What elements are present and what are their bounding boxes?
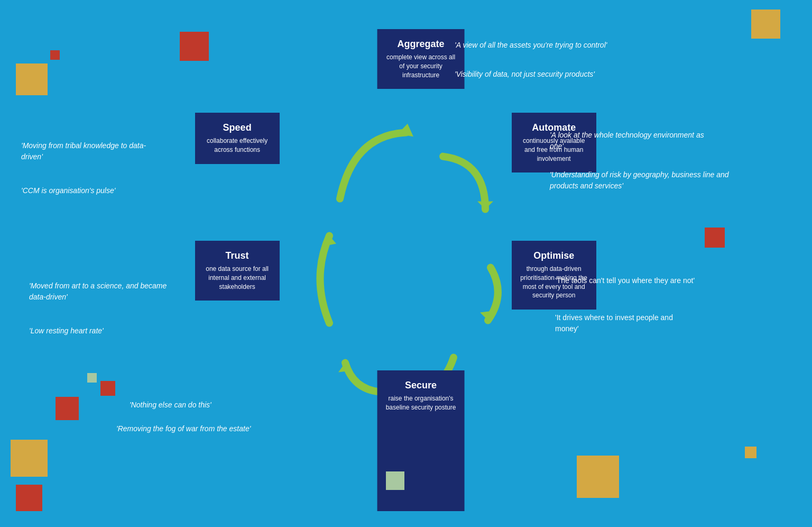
deco-square-11 <box>386 471 404 490</box>
deco-square-9 <box>577 456 619 498</box>
speed-title: Speed <box>204 122 271 133</box>
speed-desc: collaborate effectively across functions <box>204 137 271 155</box>
aggregate-node: Aggregate complete view across all of yo… <box>377 29 465 89</box>
deco-square-6 <box>56 397 79 420</box>
secure-node: Secure raise the organisation's baseline… <box>377 370 465 511</box>
optimise-quote-1: 'The tools can't tell you where they are… <box>555 275 698 286</box>
secure-desc: raise the organisation's baseline securi… <box>386 394 456 412</box>
secure-quote-1: 'Nothing else can do this' <box>130 399 262 411</box>
deco-square-3 <box>751 10 780 39</box>
deco-square-1 <box>16 63 48 95</box>
aggregate-desc: complete view across all of your securit… <box>386 53 456 79</box>
deco-square-8 <box>11 440 48 477</box>
secure-title: Secure <box>386 380 456 391</box>
automate-quote-1: 'A look at the whole technology environm… <box>550 130 719 152</box>
deco-square-0 <box>50 50 60 60</box>
speed-quote-1: 'Moving from tribal knowledge to data-dr… <box>21 140 159 162</box>
trust-node: Trust one data source for all internal a… <box>195 241 280 301</box>
deco-square-2 <box>180 32 209 61</box>
aggregate-quote-1: 'A view of all the assets you're trying … <box>455 40 613 51</box>
trust-quote-2: 'Low resting heart rate' <box>29 325 161 337</box>
trust-title: Trust <box>204 250 271 261</box>
deco-square-4 <box>705 228 725 248</box>
deco-square-10 <box>87 373 97 383</box>
deco-square-12 <box>745 447 756 458</box>
secure-quote-2: 'Removing the fog of war from the estate… <box>116 423 264 434</box>
trust-quote-1: 'Moved from art to a science, and became… <box>29 280 169 303</box>
optimise-quote-2: 'It drives where to invest people and mo… <box>555 312 693 334</box>
speed-quote-2: 'CCM is organisation's pulse' <box>21 185 153 196</box>
trust-desc: one data source for all internal and ext… <box>204 265 271 291</box>
aggregate-title: Aggregate <box>386 39 456 50</box>
speed-node: Speed collaborate effectively across fun… <box>195 113 280 164</box>
optimise-title: Optimise <box>520 250 588 261</box>
automate-quote-2: 'Understanding of risk by geography, bus… <box>550 169 730 192</box>
aggregate-quote-2: 'Visibility of data, not just security p… <box>455 69 613 80</box>
deco-square-7 <box>16 485 42 511</box>
svg-marker-1 <box>477 202 493 210</box>
deco-square-5 <box>100 381 115 396</box>
